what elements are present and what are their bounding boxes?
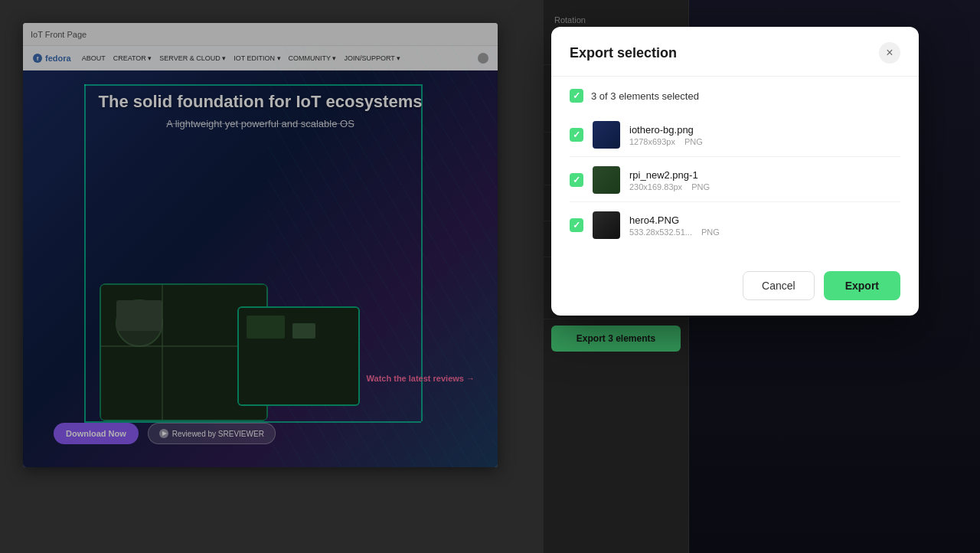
file-item: rpi_new2.png-1 230x169.83px PNG (570, 159, 900, 202)
file-3-thumb-hero (593, 211, 620, 239)
file-2-thumb-rpi (593, 166, 620, 194)
cancel-button[interactable]: Cancel (743, 271, 815, 300)
file-1-info: iothero-bg.png 1278x693px PNG (629, 124, 900, 146)
file-2-format: PNG (691, 182, 710, 191)
export-button[interactable]: Export (824, 271, 900, 300)
file-2-meta: 230x169.83px PNG (629, 182, 900, 191)
modal-footer: Cancel Export (551, 259, 919, 316)
file-list: iothero-bg.png 1278x693px PNG rpi_new2.p… (570, 113, 900, 247)
file-3-info: hero4.PNG 533.28x532.51... PNG (629, 214, 900, 237)
file-2-size: 230x169.83px (629, 182, 682, 191)
file-2-name: rpi_new2.png-1 (629, 169, 900, 181)
file-3-format: PNG (701, 227, 720, 237)
file-1-format: PNG (684, 137, 703, 146)
file-item: iothero-bg.png 1278x693px PNG (570, 113, 900, 157)
file-3-thumb (593, 211, 620, 239)
modal-body: 3 of 3 elements selected iothero-bg.png … (551, 77, 919, 259)
file-3-checkbox[interactable] (570, 218, 583, 232)
modal-header: Export selection × (551, 27, 919, 77)
file-3-size: 533.28x532.51... (629, 227, 692, 237)
export-modal: Export selection × 3 of 3 elements selec… (551, 27, 919, 316)
modal-title: Export selection (570, 45, 677, 61)
file-1-size: 1278x693px (629, 137, 675, 146)
file-item: hero4.PNG 533.28x532.51... PNG (570, 204, 900, 247)
file-2-thumb (593, 166, 620, 194)
file-2-info: rpi_new2.png-1 230x169.83px PNG (629, 169, 900, 191)
select-all-checkbox[interactable] (570, 89, 583, 103)
file-1-checkbox[interactable] (570, 128, 583, 142)
file-1-meta: 1278x693px PNG (629, 137, 900, 146)
file-1-thumb (593, 121, 620, 149)
file-3-name: hero4.PNG (629, 214, 900, 226)
modal-close-button[interactable]: × (879, 42, 900, 64)
file-2-checkbox[interactable] (570, 173, 583, 187)
file-1-thumb-bg (593, 121, 620, 149)
select-all-row: 3 of 3 elements selected (570, 89, 900, 103)
file-3-meta: 533.28x532.51... PNG (629, 227, 900, 237)
file-1-name: iothero-bg.png (629, 124, 900, 136)
select-all-label: 3 of 3 elements selected (591, 90, 699, 102)
